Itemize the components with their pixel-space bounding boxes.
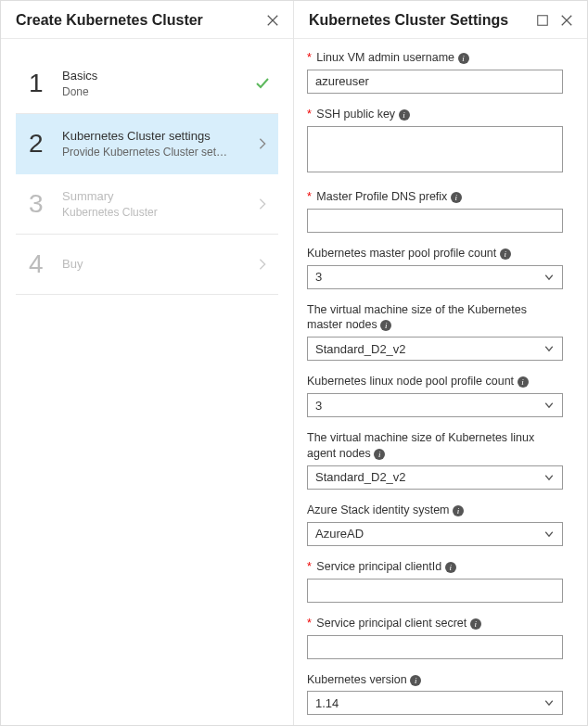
field-label: Service principal client secret	[316, 617, 467, 630]
chevron-right-icon	[254, 137, 271, 150]
master-count-select[interactable]: 3	[307, 265, 563, 289]
field-linux-username: * Linux VM admin username i	[307, 50, 563, 94]
step-cluster-settings[interactable]: 2 Kubernetes Cluster settings Provide Ku…	[16, 114, 278, 174]
select-value: AzureAD	[315, 527, 364, 541]
chevron-down-icon	[543, 343, 555, 354]
step-title: Summary	[62, 189, 254, 205]
sp-secret-input[interactable]	[307, 635, 563, 659]
step-basics[interactable]: 1 Basics Done	[16, 54, 278, 114]
svg-rect-0	[538, 16, 548, 26]
sp-clientid-input[interactable]	[307, 579, 563, 603]
field-label: SSH public key	[316, 108, 395, 121]
field-identity-system: Azure Stack identity system i AzureAD	[307, 503, 563, 546]
info-icon[interactable]: i	[451, 192, 462, 203]
chevron-right-icon	[254, 258, 271, 271]
step-subtitle: Kubernetes Cluster	[62, 206, 229, 219]
chevron-down-icon	[543, 272, 555, 283]
required-marker: *	[307, 617, 312, 630]
chevron-down-icon	[543, 697, 555, 708]
wizard-steps-list: 1 Basics Done 2 Kubernetes Cluster setti…	[1, 39, 293, 295]
info-icon[interactable]: i	[374, 449, 385, 460]
k8s-version-select[interactable]: 1.14	[307, 691, 563, 715]
field-node-size: The virtual machine size of Kubernetes l…	[307, 430, 563, 490]
step-buy[interactable]: 4 Buy	[16, 235, 278, 295]
left-panel-header: Create Kubernetes Cluster	[1, 1, 293, 39]
field-label: Linux VM admin username	[316, 51, 454, 64]
field-node-count: Kubernetes linux node pool profile count…	[307, 374, 563, 417]
select-value: 3	[315, 270, 322, 284]
select-value: 3	[315, 399, 322, 413]
field-label: The virtual machine size of the Kubernet…	[307, 303, 527, 332]
chevron-down-icon	[543, 529, 555, 540]
identity-system-select[interactable]: AzureAD	[307, 522, 563, 546]
settings-panel: Kubernetes Cluster Settings * Linux VM a…	[294, 1, 587, 725]
maximize-icon[interactable]	[535, 13, 550, 28]
close-icon[interactable]	[265, 13, 280, 28]
chevron-down-icon	[543, 472, 555, 483]
left-panel-title: Create Kubernetes Cluster	[16, 12, 203, 29]
step-number: 2	[29, 129, 57, 159]
info-icon[interactable]: i	[500, 248, 511, 260]
settings-form: * Linux VM admin username i * SSH public…	[294, 39, 587, 725]
field-label: Azure Stack identity system	[307, 503, 450, 516]
info-icon[interactable]: i	[453, 505, 464, 516]
field-label: Kubernetes linux node pool profile count	[307, 375, 514, 388]
wizard-steps-panel: Create Kubernetes Cluster 1 Basics Done …	[1, 1, 294, 725]
field-sp-secret: * Service principal client secret i	[307, 616, 563, 659]
field-label: Kubernetes version	[307, 673, 407, 686]
info-icon[interactable]: i	[399, 109, 410, 121]
step-summary[interactable]: 3 Summary Kubernetes Cluster	[16, 174, 278, 235]
node-size-select[interactable]: Standard_D2_v2	[307, 465, 563, 490]
info-icon[interactable]: i	[458, 53, 469, 64]
required-marker: *	[307, 190, 312, 203]
step-number: 1	[29, 69, 57, 98]
field-label: The virtual machine size of Kubernetes l…	[307, 431, 534, 460]
info-icon[interactable]: i	[445, 562, 456, 573]
right-panel-header: Kubernetes Cluster Settings	[294, 1, 587, 39]
step-title: Basics	[62, 69, 254, 84]
info-icon[interactable]: i	[518, 376, 529, 388]
select-value: 1.14	[315, 696, 339, 710]
step-number: 4	[29, 249, 57, 279]
field-label: Kubernetes master pool profile count	[307, 247, 496, 260]
master-size-select[interactable]: Standard_D2_v2	[307, 337, 563, 361]
ssh-key-input[interactable]	[307, 126, 563, 172]
step-title: Buy	[62, 257, 254, 273]
chevron-right-icon	[254, 197, 271, 210]
node-count-select[interactable]: 3	[307, 393, 563, 417]
required-marker: *	[307, 51, 312, 64]
required-marker: *	[307, 108, 312, 121]
select-value: Standard_D2_v2	[315, 470, 406, 484]
step-number: 3	[29, 189, 57, 219]
field-label: Service principal clientId	[316, 560, 441, 573]
step-subtitle: Done	[62, 85, 229, 98]
step-title: Kubernetes Cluster settings	[62, 129, 254, 145]
check-icon	[254, 76, 271, 91]
field-dns-prefix: * Master Profile DNS prefix i	[307, 189, 563, 233]
select-value: Standard_D2_v2	[315, 342, 406, 356]
right-panel-title: Kubernetes Cluster Settings	[309, 12, 508, 29]
field-k8s-version: Kubernetes version i 1.14	[307, 672, 563, 716]
step-subtitle: Provide Kubernetes Cluster settin...	[62, 146, 229, 159]
info-icon[interactable]: i	[380, 320, 391, 331]
info-icon[interactable]: i	[410, 675, 421, 686]
chevron-down-icon	[543, 400, 555, 411]
linux-username-input[interactable]	[307, 70, 563, 94]
field-master-size: The virtual machine size of the Kubernet…	[307, 302, 563, 362]
field-sp-clientid: * Service principal clientId i	[307, 559, 563, 603]
close-icon[interactable]	[559, 13, 574, 28]
field-master-count: Kubernetes master pool profile count i 3	[307, 246, 563, 289]
field-ssh-key: * SSH public key i	[307, 107, 563, 176]
required-marker: *	[307, 560, 312, 573]
info-icon[interactable]: i	[470, 618, 481, 630]
field-label: Master Profile DNS prefix	[316, 190, 447, 203]
dns-prefix-input[interactable]	[307, 209, 563, 233]
